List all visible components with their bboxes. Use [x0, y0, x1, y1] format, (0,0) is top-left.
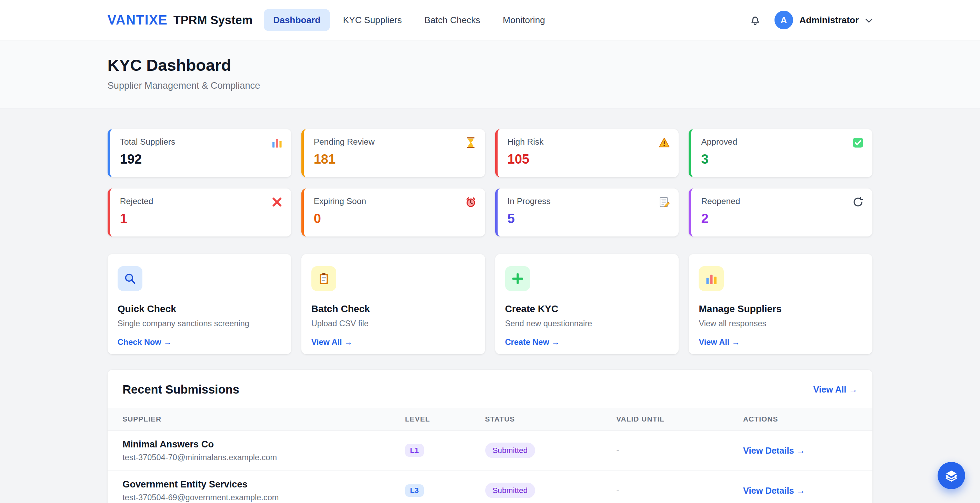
quick-actions-grid: Quick Check Single company sanctions scr… [108, 254, 873, 354]
action-title: Batch Check [311, 303, 475, 315]
supplier-name: Government Entity Services [123, 479, 405, 490]
chevron-down-icon [865, 17, 873, 23]
stat-value: 1 [120, 211, 282, 226]
alarm-clock-icon [465, 196, 477, 208]
stat-card: High Risk 105 [495, 129, 679, 177]
user-menu[interactable]: A Administrator [775, 11, 873, 29]
valid-until: - [616, 430, 743, 470]
view-all-link[interactable]: View All → [813, 385, 858, 394]
hourglass-icon [465, 137, 477, 149]
stat-value: 2 [701, 211, 862, 226]
action-card[interactable]: Manage Suppliers View all responses View… [689, 254, 872, 354]
action-description: Send new questionnaire [505, 319, 669, 328]
stat-card: Approved 3 [689, 129, 872, 177]
column-header: STATUS [485, 408, 617, 431]
view-details-link[interactable]: View Details → [743, 486, 805, 495]
nav-item[interactable]: Batch Checks [415, 9, 490, 31]
x-mark-icon [271, 196, 283, 208]
avatar: A [775, 11, 793, 29]
plus-icon [505, 266, 530, 291]
action-description: View all responses [698, 319, 862, 328]
notification-bell-icon[interactable] [749, 13, 762, 27]
stat-card: Total Suppliers 192 [108, 129, 291, 177]
action-card[interactable]: Batch Check Upload CSV file View All → [301, 254, 485, 354]
page-title: KYC Dashboard [108, 56, 873, 75]
page-header: KYC Dashboard Supplier Management & Comp… [0, 40, 980, 109]
action-card[interactable]: Quick Check Single company sanctions scr… [108, 254, 291, 354]
stat-card: Reopened 2 [689, 188, 872, 237]
warning-icon [659, 137, 670, 149]
stat-label: High Risk [508, 137, 669, 147]
action-title: Quick Check [118, 303, 282, 315]
stat-card: Expiring Soon 0 [301, 188, 485, 237]
stats-grid: Total Suppliers 192 Pending Review 181 H… [108, 129, 873, 237]
action-title: Manage Suppliers [698, 303, 862, 315]
layers-icon [945, 469, 958, 483]
action-link[interactable]: View All → [698, 338, 740, 347]
nav-item[interactable]: Dashboard [264, 9, 330, 31]
stat-label: Rejected [120, 196, 282, 206]
search-icon [118, 266, 143, 291]
table-row: Minimal Answers Co test-370504-70@minima… [108, 430, 873, 470]
table-header-row: SUPPLIER LEVEL STATUS VALID UNTIL ACTION… [108, 408, 873, 431]
stat-label: Reopened [701, 196, 862, 206]
top-bar: VANTIXE TPRM System Dashboard KYC Suppli… [0, 0, 980, 40]
refresh-icon [853, 196, 864, 208]
stat-label: Pending Review [314, 137, 475, 147]
column-header: VALID UNTIL [616, 408, 743, 431]
nav-item[interactable]: KYC Suppliers [333, 9, 411, 31]
chart-bar-icon [271, 137, 283, 149]
stat-value: 192 [120, 152, 282, 167]
check-square-icon [853, 137, 864, 149]
stat-label: In Progress [508, 196, 669, 206]
stat-value: 0 [314, 211, 475, 226]
status-badge: Submitted [485, 442, 535, 458]
submissions-table: SUPPLIER LEVEL STATUS VALID UNTIL ACTION… [108, 408, 873, 503]
action-link[interactable]: View All → [311, 338, 352, 347]
main-nav: Dashboard KYC Suppliers Batch Checks Mon… [264, 9, 554, 31]
stat-value: 181 [314, 152, 475, 167]
stat-card: Rejected 1 [108, 188, 291, 237]
action-link[interactable]: Create New → [505, 338, 560, 347]
stat-value: 3 [701, 152, 862, 167]
action-link[interactable]: Check Now → [118, 338, 172, 347]
recent-submissions-card: Recent Submissions View All → SUPPLIER L… [108, 370, 873, 503]
kyc-dashboard-page: { "nav": { "brand": "VANTIXE", "product"… [0, 0, 980, 503]
brand-logo: VANTIXE [108, 13, 168, 28]
action-description: Single company sanctions screening [118, 319, 282, 328]
action-card[interactable]: Create KYC Send new questionnaire Create… [495, 254, 679, 354]
user-name: Administrator [799, 15, 859, 26]
stat-label: Expiring Soon [314, 196, 475, 206]
column-header: ACTIONS [743, 408, 872, 431]
product-name: TPRM System [173, 13, 253, 27]
column-header: SUPPLIER [108, 408, 405, 431]
clipboard-icon [311, 266, 337, 291]
main-content: Total Suppliers 192 Pending Review 181 H… [108, 109, 873, 503]
status-badge: Submitted [485, 483, 535, 498]
table-row: Government Entity Services test-370504-6… [108, 471, 873, 503]
nav-item[interactable]: Monitoring [493, 9, 554, 31]
supplier-email: test-370504-69@government.example.com [123, 493, 405, 502]
memo-icon [659, 196, 670, 208]
level-badge: L1 [405, 444, 424, 457]
stat-value: 5 [508, 211, 669, 226]
stat-label: Total Suppliers [120, 137, 282, 147]
stat-card: In Progress 5 [495, 188, 679, 237]
floating-action-button[interactable] [938, 462, 965, 490]
stat-value: 105 [508, 152, 669, 167]
chart-bar-icon [698, 266, 724, 291]
valid-until: - [616, 471, 743, 503]
stat-label: Approved [701, 137, 862, 147]
topbar-right: A Administrator [749, 11, 872, 29]
view-details-link[interactable]: View Details → [743, 446, 805, 455]
section-title: Recent Submissions [123, 383, 239, 396]
action-description: Upload CSV file [311, 319, 475, 328]
supplier-email: test-370504-70@minimalans.example.com [123, 453, 405, 462]
action-title: Create KYC [505, 303, 669, 315]
supplier-name: Minimal Answers Co [123, 439, 405, 450]
stat-card: Pending Review 181 [301, 129, 485, 177]
level-badge: L3 [405, 484, 424, 497]
column-header: LEVEL [405, 408, 485, 431]
page-subtitle: Supplier Management & Compliance [108, 80, 873, 91]
